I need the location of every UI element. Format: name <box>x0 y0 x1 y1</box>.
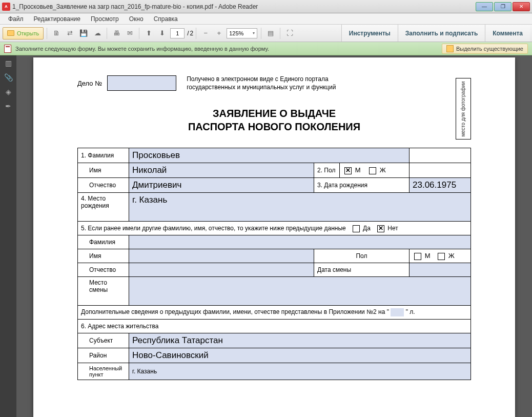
infobar-message: Заполните следующую форму. Вы можете сох… <box>15 46 269 52</box>
prev-yes-checkbox[interactable] <box>353 225 360 232</box>
prev-surname-label: Фамилия <box>78 235 129 249</box>
zoom-value: 125% <box>229 30 243 36</box>
email-button[interactable]: ✉ <box>124 27 136 39</box>
zoom-select[interactable]: 125% <box>227 28 257 38</box>
city-field[interactable]: г. Казань <box>129 363 471 380</box>
signatures-icon[interactable]: ✒ <box>4 102 13 111</box>
highlight-fields-button[interactable]: Выделить существующие <box>442 44 528 54</box>
document-canvas[interactable]: Дело № Получено в электронном виде с Еди… <box>16 55 532 417</box>
received-text: Получено в электронном виде с Единого по… <box>187 75 356 91</box>
down-icon: ⬇ <box>159 29 165 37</box>
zoom-in-button[interactable]: + <box>213 27 225 39</box>
subject-field[interactable]: Республика Татарстан <box>129 333 471 348</box>
birthplace-label: 4. Месторождения <box>78 193 129 222</box>
window-titlebar: A 1_Просковьев_Заявление на загр пасп_20… <box>0 0 532 13</box>
prev-gender-label: Пол <box>314 249 410 263</box>
change-place-label: Место смены <box>78 277 129 306</box>
prev-f-checkbox[interactable] <box>438 253 445 260</box>
mail-icon: ✉ <box>127 29 133 37</box>
page-up-button[interactable]: ⬆ <box>142 27 155 39</box>
address-header: 6. Адрес места жительства <box>78 320 471 333</box>
plus-icon: + <box>217 29 221 37</box>
form-title: ЗАЯВЛЕНИЕ О ВЫДАЧЕ ПАСПОРТА НОВОГО ПОКОЛ… <box>77 107 471 133</box>
change-date-label: Дата смены <box>314 263 410 277</box>
subject-label: Субъект <box>78 333 129 348</box>
delo-input[interactable] <box>107 75 176 91</box>
change-date-field[interactable] <box>410 263 471 277</box>
page-number-input[interactable]: 1 <box>170 28 185 38</box>
highlight-icon <box>446 45 454 52</box>
menu-view[interactable]: Просмотр <box>86 14 124 24</box>
district-label: Район <box>78 348 129 363</box>
create-pdf-button[interactable]: 🗎 <box>50 27 63 39</box>
prev-names-row: 5. Если ранее имели другие фамилию, имя,… <box>78 222 471 235</box>
toolbar: Открыть 🗎 ⇄ 💾 ☁ 🖶 ✉ ⬆ ⬇ 1 / 2 − + 125% ▤… <box>0 25 532 42</box>
cloud-button[interactable]: ☁ <box>91 27 104 39</box>
convert-icon: ⇄ <box>67 29 73 37</box>
gender-label: 2. Пол <box>314 163 340 178</box>
prev-m-checkbox[interactable] <box>414 253 421 260</box>
prev-patronymic-label: Отчество <box>78 263 129 277</box>
close-button[interactable]: ✕ <box>513 2 530 11</box>
open-button[interactable]: Открыть <box>3 27 44 39</box>
gender-f-checkbox[interactable] <box>369 167 376 174</box>
window-title: 1_Просковьев_Заявление на загр пасп_2016… <box>12 3 258 10</box>
fill-sign-panel-button[interactable]: Заполнить и подписать <box>398 25 485 42</box>
form-icon <box>4 45 11 53</box>
menu-window[interactable]: Окно <box>124 14 149 24</box>
folder-icon <box>7 30 14 36</box>
menu-edit[interactable]: Редактирование <box>29 14 86 24</box>
surname-label: 1. Фамилия <box>78 148 129 163</box>
save-button[interactable]: 💾 <box>77 27 90 39</box>
name-field[interactable]: Николай <box>129 163 314 178</box>
fullscreen-button[interactable]: ⛶ <box>283 27 296 39</box>
layers-icon[interactable]: ◈ <box>4 87 13 96</box>
comment-panel-button[interactable]: Коммента <box>485 25 530 42</box>
convert-button[interactable]: ⇄ <box>64 27 76 39</box>
save-icon: 💾 <box>79 29 88 37</box>
pdf-icon: A <box>2 3 10 11</box>
photo-placeholder: место для фотографии <box>456 78 471 140</box>
book-icon: ▤ <box>268 29 274 37</box>
prev-names-label: 5. Если ранее имели другие фамилию, имя,… <box>81 225 346 232</box>
highlight-label: Выделить существующие <box>456 46 523 52</box>
doc-icon: 🗎 <box>53 29 60 37</box>
prev-patronymic-field[interactable] <box>129 263 314 277</box>
read-mode-button[interactable]: ▤ <box>264 27 277 39</box>
gender-cell: М Ж <box>340 163 410 178</box>
open-label: Открыть <box>17 30 39 36</box>
birthplace-field[interactable]: г. Казань <box>129 193 471 222</box>
maximize-button[interactable]: ❐ <box>494 2 511 11</box>
appendix-pages-input[interactable] <box>391 308 404 316</box>
empty-cell <box>410 163 471 178</box>
nav-sidebar: ▥ 📎 ◈ ✒ <box>0 55 16 417</box>
menu-help[interactable]: Справка <box>149 14 183 24</box>
patronymic-label: Отчество <box>78 178 129 193</box>
attachments-icon[interactable]: 📎 <box>4 73 13 82</box>
appendix-row: Дополнительные сведения о предыдущих фам… <box>78 306 471 320</box>
page-down-button[interactable]: ⬇ <box>156 27 168 39</box>
page-total: 2 <box>190 30 194 37</box>
up-icon: ⬆ <box>146 29 152 37</box>
dob-field[interactable]: 23.06.1975 <box>410 178 471 193</box>
prev-name-field[interactable] <box>129 249 314 263</box>
minimize-button[interactable]: — <box>476 2 493 11</box>
prev-name-label: Имя <box>78 249 129 263</box>
zoom-out-button[interactable]: − <box>199 27 212 39</box>
tools-panel-button[interactable]: Инструменты <box>341 25 398 42</box>
page-sep: / <box>187 30 189 37</box>
dob-label: 3. Дата рождения <box>314 178 410 193</box>
prev-surname-field[interactable] <box>129 235 471 249</box>
menu-file[interactable]: Файл <box>3 14 29 24</box>
surname-field[interactable]: Просковьев <box>129 148 410 163</box>
patronymic-field[interactable]: Дмитриевич <box>129 178 314 193</box>
district-field[interactable]: Ново-Савиновский <box>129 348 471 363</box>
prev-no-checkbox[interactable] <box>377 225 384 232</box>
pdf-page: Дело № Получено в электронном виде с Еди… <box>33 57 515 417</box>
print-button[interactable]: 🖶 <box>110 27 122 39</box>
gender-m-checkbox[interactable] <box>344 167 352 174</box>
menubar: Файл Редактирование Просмотр Окно Справк… <box>0 13 532 25</box>
change-place-field[interactable] <box>129 277 471 306</box>
thumbnails-icon[interactable]: ▥ <box>4 58 13 68</box>
prev-gender-cell: М Ж <box>410 249 471 263</box>
